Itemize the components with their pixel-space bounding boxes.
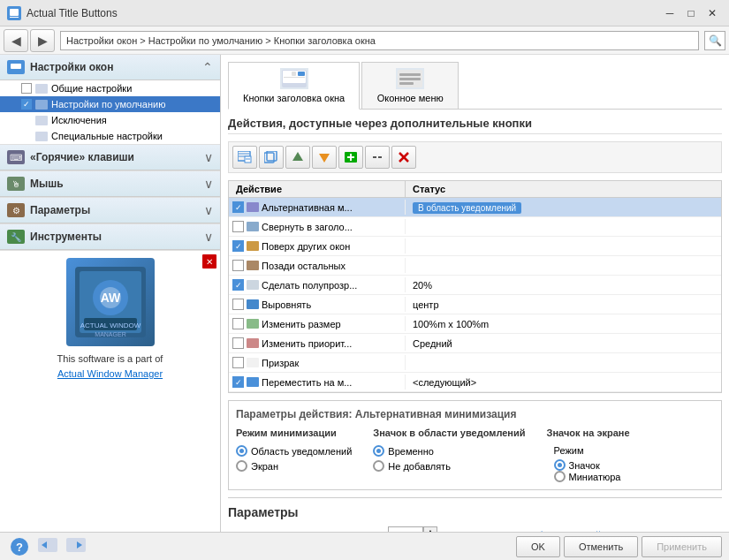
spin-up-button[interactable]: ▲	[423, 526, 437, 532]
tab-title-buttons[interactable]: Кнопки заголовка окна	[228, 62, 360, 110]
row-action-icon	[247, 202, 259, 212]
promo-link[interactable]: Actual Window Manager	[57, 368, 163, 379]
sidebar: Настройки окон ⌃ Общие настройки ✓ Настр…	[0, 55, 221, 532]
table-row[interactable]: ✓ Поверх других окон	[229, 237, 721, 256]
icon-screen-icon-label: Значок	[569, 460, 600, 471]
offset-label: Смещение кнопок по горизонтали	[228, 530, 381, 532]
promo-text: This software is a part of	[7, 353, 213, 364]
col-header-action: Действие	[229, 181, 406, 197]
cancel-button[interactable]: Отменить	[564, 536, 638, 557]
table-row[interactable]: ✓ Альтернативная м... В область уведомле…	[229, 198, 721, 217]
tabs-row: Кнопки заголовка окна Оконное меню	[228, 62, 722, 110]
row-action-icon	[247, 261, 259, 270]
table-row[interactable]: Выровнять центр	[229, 295, 721, 314]
row-check-icon[interactable]	[232, 221, 244, 232]
row-check-icon[interactable]: ✓	[232, 376, 244, 388]
table-row[interactable]: Свернуть в заголо...	[229, 217, 721, 237]
minimize-screen-radio[interactable]	[236, 460, 247, 472]
row-check-icon[interactable]: ✓	[232, 279, 244, 291]
default-label: Настройки по умолчанию	[51, 99, 165, 110]
close-button[interactable]: ✕	[702, 4, 722, 22]
icon-screen-icon-option[interactable]: Значок	[554, 459, 630, 471]
hotkeys-arrow-icon: ∨	[204, 150, 213, 164]
promo-box: ✕ AW ACTUAL WINDOW MANAGER This software…	[0, 251, 220, 387]
row-action-icon	[247, 241, 259, 251]
minimize-button[interactable]: ─	[660, 4, 680, 22]
sidebar-item-general[interactable]: Общие настройки	[0, 80, 220, 96]
row-action-icon	[247, 299, 259, 309]
icon-screen-icon-radio[interactable]	[554, 459, 566, 471]
row-check-icon[interactable]	[232, 299, 244, 310]
edit-action-button[interactable]	[232, 146, 257, 169]
forward-button[interactable]: ▶	[30, 29, 55, 52]
icon-never-radio[interactable]	[373, 460, 384, 472]
icon-never-option[interactable]: Не добавлять	[373, 460, 525, 472]
maximize-button[interactable]: □	[681, 4, 701, 22]
move-up-button[interactable]	[285, 146, 310, 169]
promo-close-button[interactable]: ✕	[202, 254, 216, 269]
status-badge: В область уведомлений	[413, 202, 521, 214]
separator-button[interactable]	[365, 146, 390, 169]
table-row[interactable]: Позади остальных	[229, 256, 721, 276]
icon-screen-miniature-option[interactable]: Миниатюра	[554, 471, 630, 482]
row-action-icon	[247, 358, 259, 367]
minimize-notifications-radio[interactable]	[236, 445, 247, 457]
apply-button[interactable]: Применить	[642, 536, 722, 557]
svg-rect-19	[399, 73, 421, 76]
icon-temp-radio[interactable]	[373, 445, 384, 457]
tab-window-menu[interactable]: Оконное меню	[361, 62, 459, 109]
help-icon[interactable]: ?	[7, 536, 32, 557]
svg-text:AW: AW	[100, 291, 120, 305]
sidebar-header-hotkeys[interactable]: ⌨ «Горячие» клавиши ∨	[0, 145, 220, 170]
table-header: Действие Статус	[229, 181, 721, 198]
hotkeys-icon: ⌨	[7, 150, 25, 164]
row-check-icon[interactable]	[232, 337, 244, 349]
sidebar-header-tools[interactable]: 🔧 Инструменты ∨	[0, 224, 220, 250]
search-button[interactable]: 🔍	[704, 31, 725, 50]
sidebar-item-exceptions[interactable]: Исключения	[0, 112, 220, 128]
icon-temp-option[interactable]: Временно	[373, 445, 525, 457]
sidebar-header-parameters[interactable]: ⚙ Параметры ∨	[0, 198, 220, 223]
sidebar-item-special[interactable]: Специальные настройки	[0, 128, 220, 144]
minimize-notifications-option[interactable]: Область уведомлений	[236, 445, 352, 457]
back-button[interactable]: ◀	[4, 29, 28, 52]
title-bar: Actual Title Buttons ─ □ ✕	[0, 0, 729, 26]
table-row[interactable]: Призрак	[229, 353, 721, 373]
table-row[interactable]: Изменить размер 100%m x 100%m	[229, 314, 721, 334]
row-check-icon[interactable]	[232, 357, 244, 368]
nav-back-icon[interactable]	[35, 536, 60, 557]
svg-rect-17	[284, 77, 305, 78]
sidebar-item-default[interactable]: ✓ Настройки по умолчанию	[0, 96, 220, 112]
row-check-icon[interactable]: ✓	[232, 201, 244, 213]
table-row[interactable]: ✓ Сделать полупрозр... 20%	[229, 276, 721, 295]
row-check-icon[interactable]	[232, 260, 244, 271]
sidebar-header-mouse[interactable]: 🖱 Мышь ∨	[0, 171, 220, 197]
svg-rect-42	[66, 538, 86, 552]
row-action-icon	[247, 280, 259, 290]
row-check-icon[interactable]: ✓	[232, 240, 244, 252]
default-check-icon: ✓	[21, 99, 32, 110]
icon-screen-miniature-radio[interactable]	[554, 471, 566, 482]
offset-input[interactable]	[388, 526, 423, 532]
sidebar-section-hotkeys: ⌨ «Горячие» клавиши ∨	[0, 145, 220, 171]
tab-title-buttons-icon	[280, 68, 308, 89]
nav-bar: ◀ ▶ Настройки окон > Настройки по умолча…	[0, 26, 729, 55]
add-action-button[interactable]	[338, 146, 363, 169]
general-item-icon	[35, 84, 48, 94]
minimize-screen-option[interactable]: Экран	[236, 460, 352, 472]
nav-forward-icon[interactable]	[64, 536, 88, 557]
exceptions-label: Исключения	[51, 115, 107, 125]
sidebar-section-tools: 🔧 Инструменты ∨	[0, 224, 220, 251]
table-row[interactable]: Изменить приорит... Средний	[229, 334, 721, 353]
copy-action-button[interactable]	[259, 146, 284, 169]
move-down-button[interactable]	[312, 146, 337, 169]
table-row[interactable]: ✓ Переместить на м... <следующий>	[229, 373, 721, 392]
settings-link[interactable]: Общие настройки кнопок заголовка окна...	[530, 530, 722, 532]
delete-action-button[interactable]	[391, 146, 416, 169]
icon-screen-miniature-label: Миниатюра	[569, 472, 621, 482]
sidebar-header-window-settings[interactable]: Настройки окон ⌃	[0, 55, 220, 80]
icon-temp-label: Временно	[388, 446, 434, 457]
offset-input-box: ▲ ▼	[388, 526, 437, 532]
row-check-icon[interactable]	[232, 318, 244, 329]
ok-button[interactable]: OK	[516, 536, 560, 557]
